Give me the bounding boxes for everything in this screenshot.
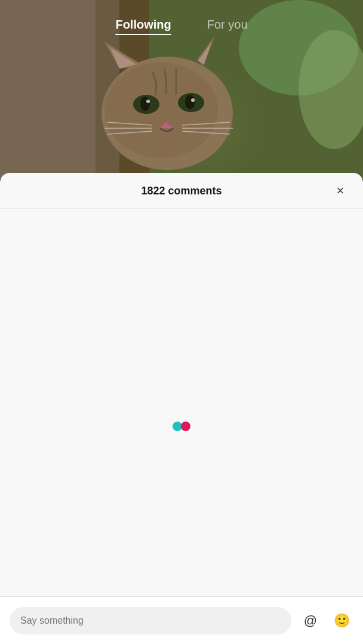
comments-title: 1822 comments [141,185,222,197]
svg-point-16 [191,98,195,102]
svg-point-6 [104,63,218,158]
svg-point-15 [146,100,150,103]
svg-point-13 [140,97,150,111]
emoji-button[interactable]: 🙂 [330,609,353,633]
comment-input[interactable] [10,607,291,634]
comments-header: 1822 comments × [0,173,363,209]
comments-panel: 1822 comments × [0,173,363,644]
comments-body [0,209,363,644]
following-tab[interactable]: Following [109,15,177,38]
bottom-input-bar: @ 🙂 [0,596,363,644]
top-navigation: Following For you [0,0,363,50]
foryou-tab[interactable]: For you [201,15,254,38]
loading-indicator [173,422,190,431]
loading-dot-red [181,422,190,431]
close-button[interactable]: × [330,180,351,202]
svg-point-14 [185,95,195,109]
mention-button[interactable]: @ [299,609,322,633]
